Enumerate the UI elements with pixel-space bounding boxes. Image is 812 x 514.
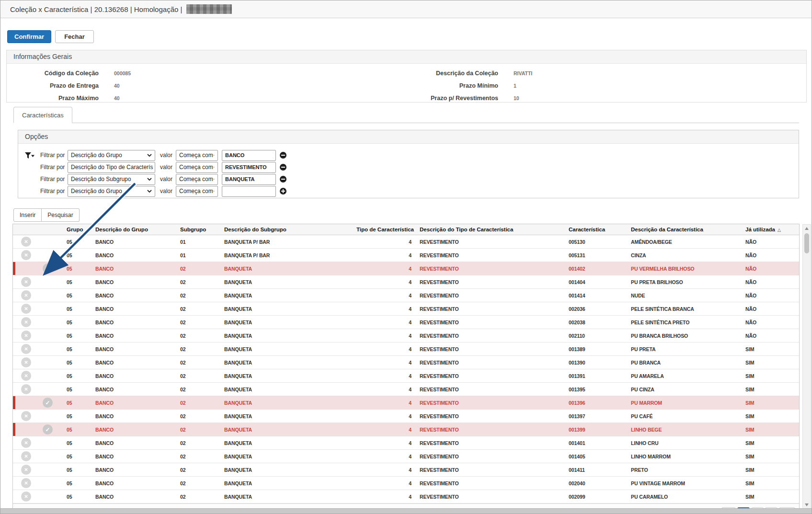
confirm-button[interactable]: Confirmar xyxy=(7,30,51,43)
delete-row-button x-circle-icon[interactable]: ✕ xyxy=(21,371,31,381)
delete-row-button x-circle-icon[interactable]: ✕ xyxy=(21,317,31,327)
field-value: 000085 xyxy=(99,67,296,80)
minus-circle-icon[interactable] xyxy=(280,152,286,159)
column-header-descricao-grupo[interactable]: Descrição do Grupo xyxy=(92,227,179,232)
delete-row-button x-circle-icon[interactable]: ✕ xyxy=(21,465,31,475)
table-row[interactable]: ✕ ✓ 05 BANCO 02 BANQUETA 4 REVESTIMENTO … xyxy=(13,436,799,450)
field-label: Prazo p/ Revestimentos xyxy=(296,92,498,104)
column-header-tipo[interactable]: Tipo de Característica xyxy=(356,227,415,232)
title-bar: Coleção x Característica | 20.136268 | H… xyxy=(0,0,812,18)
filter-operator-value: Começa com xyxy=(179,164,213,171)
delete-row-button x-circle-icon[interactable]: ✕ xyxy=(21,491,31,502)
scrollbar-thumb[interactable] xyxy=(804,233,809,253)
filter-field-select[interactable]: Descrição do Grupo xyxy=(68,150,155,161)
chevron-down-icon xyxy=(213,190,215,193)
column-header-label: Já utilizada xyxy=(745,227,775,232)
filter-by-label: Filtrar por xyxy=(40,176,64,183)
column-header-caracteristica[interactable]: Característica xyxy=(566,227,628,232)
vertical-scrollbar[interactable] xyxy=(802,224,811,509)
filter-field-select[interactable]: Descrição do Tipo de Caracterís xyxy=(68,162,155,173)
filter-value-input[interactable] xyxy=(222,162,276,173)
close-button[interactable]: Fechar xyxy=(55,30,94,43)
delete-row-button x-circle-icon[interactable]: ✕ xyxy=(21,250,31,260)
filter-operator-select[interactable]: Começa com xyxy=(176,186,218,197)
table-row[interactable]: ✕ ✓ 05 BANCO 02 BANQUETA 4 REVESTIMENTO … xyxy=(13,289,799,302)
delete-row-button x-circle-icon[interactable]: ✕ xyxy=(21,411,31,421)
value-label: valor xyxy=(160,176,172,183)
filter-value-input[interactable] xyxy=(222,174,276,185)
filter-field-select[interactable]: Descrição do Subgrupo xyxy=(68,174,155,185)
chevron-down-icon xyxy=(213,166,215,169)
filter-operator-select[interactable]: Começa com xyxy=(176,150,218,161)
selected-check-icon[interactable]: ✓ xyxy=(43,263,53,274)
table-row[interactable]: ✕ ✓ 05 BANCO 02 BANQUETA 4 REVESTIMENTO … xyxy=(13,356,799,369)
table-row[interactable]: ✕ ✓ 05 BANCO 02 BANQUETA 4 REVESTIMENTO … xyxy=(13,396,799,410)
column-header-descricao-subgrupo[interactable]: Descrição do Subgrupo xyxy=(222,227,356,232)
table-row[interactable]: ✕ ✓ 05 BANCO 02 BANQUETA 4 REVESTIMENTO … xyxy=(13,383,799,396)
plus-circle-icon[interactable] xyxy=(280,188,286,194)
column-header-ja-utilizada[interactable]: Já utilizada△ xyxy=(743,227,800,232)
filter-value-input[interactable] xyxy=(222,150,276,161)
delete-row-button x-circle-icon[interactable]: ✕ xyxy=(21,478,31,488)
scroll-up-button[interactable] xyxy=(803,225,811,232)
filter-row: Filtrar por Descrição do Grupo valor Com… xyxy=(18,149,799,161)
insert-button[interactable]: Inserir xyxy=(13,208,42,222)
window-bottom-edge xyxy=(0,508,812,514)
filter-operator-select[interactable]: Começa com xyxy=(176,162,218,173)
table-row[interactable]: ✕ ✓ 05 BANCO 02 BANQUETA 4 REVESTIMENTO … xyxy=(13,329,799,343)
delete-row-button x-circle-icon[interactable]: ✕ xyxy=(21,304,31,314)
options-title: Opções xyxy=(18,130,799,144)
delete-row-button x-circle-icon[interactable]: ✕ xyxy=(21,331,31,341)
table-body: ✕ ✓ 05 BANCO 01 BANQUETA P/ BAR 4 REVEST… xyxy=(13,235,799,503)
chevron-down-icon xyxy=(147,178,152,181)
tab-strip: Características xyxy=(13,107,799,123)
table-row[interactable]: ✕ ✓ 05 BANCO 02 BANQUETA 4 REVESTIMENTO … xyxy=(13,275,799,289)
filter-operator-select[interactable]: Começa com xyxy=(176,174,218,185)
table-row[interactable]: ✕ ✓ 05 BANCO 02 BANQUETA 4 REVESTIMENTO … xyxy=(13,369,799,383)
selected-check-icon[interactable]: ✓ xyxy=(43,424,53,434)
filter-by-label: Filtrar por xyxy=(40,164,64,171)
toolbar: Confirmar Fechar xyxy=(7,30,94,43)
filter-field-select[interactable]: Descrição do Grupo xyxy=(68,186,155,197)
filter-value-input[interactable] xyxy=(222,186,276,197)
delete-row-button x-circle-icon[interactable]: ✕ xyxy=(21,451,31,461)
table-row[interactable]: ✕ ✓ 05 BANCO 02 BANQUETA 4 REVESTIMENTO … xyxy=(13,423,799,436)
field-label: Prazo Mínimo xyxy=(296,80,498,92)
selected-check-icon[interactable]: ✓ xyxy=(43,398,53,408)
minus-circle-icon[interactable] xyxy=(280,164,286,171)
delete-row-button x-circle-icon[interactable]: ✕ xyxy=(21,237,31,247)
table-row[interactable]: ✕ ✓ 05 BANCO 02 BANQUETA 4 REVESTIMENTO … xyxy=(13,490,799,503)
table-header: Grupo Descrição do Grupo Subgrupo Descri… xyxy=(13,224,799,235)
table-row[interactable]: ✕ ✓ 05 BANCO 02 BANQUETA 4 REVESTIMENTO … xyxy=(13,450,799,463)
table-row[interactable]: ✕ ✓ 05 BANCO 02 BANQUETA 4 REVESTIMENTO … xyxy=(13,477,799,490)
search-button[interactable]: Pesquisar xyxy=(42,208,79,222)
delete-row-button x-circle-icon[interactable]: ✕ xyxy=(21,357,31,367)
table-row[interactable]: ✕ ✓ 05 BANCO 01 BANQUETA P/ BAR 4 REVEST… xyxy=(13,235,799,249)
delete-row-button x-circle-icon[interactable]: ✕ xyxy=(21,290,31,300)
delete-row-button x-circle-icon[interactable]: ✕ xyxy=(21,384,31,394)
chevron-down-icon xyxy=(147,154,152,157)
redacted-text xyxy=(186,4,232,14)
column-header-descricao-tipo[interactable]: Descrição do Tipo de Característica xyxy=(415,227,566,232)
delete-row-button x-circle-icon[interactable]: ✕ xyxy=(21,344,31,354)
funnel-icon[interactable] xyxy=(18,152,40,159)
table-row[interactable]: ✕ ✓ 05 BANCO 02 BANQUETA 4 REVESTIMENTO … xyxy=(13,343,799,356)
column-header-subgrupo[interactable]: Subgrupo xyxy=(179,227,222,232)
table-row[interactable]: ✕ ✓ 05 BANCO 01 BANQUETA P/ BAR 4 REVEST… xyxy=(13,249,799,262)
filter-row: Filtrar por Descrição do Subgrupo valor … xyxy=(18,173,799,185)
page-title: Coleção x Característica | 20.136268 | H… xyxy=(10,5,182,13)
tab-caracteristicas[interactable]: Características xyxy=(13,107,72,123)
value-label: valor xyxy=(160,164,172,171)
table-row[interactable]: ✕ ✓ 05 BANCO 02 BANQUETA 4 REVESTIMENTO … xyxy=(13,316,799,329)
scroll-down-button[interactable] xyxy=(803,501,811,509)
table-row[interactable]: ✕ ✓ 05 BANCO 02 BANQUETA 4 REVESTIMENTO … xyxy=(13,410,799,423)
table-row[interactable]: ✕ ✓ 05 BANCO 02 BANQUETA 4 REVESTIMENTO … xyxy=(13,302,799,316)
column-header-grupo[interactable]: Grupo xyxy=(66,227,92,232)
table-row[interactable]: ✕ ✓ 05 BANCO 02 BANQUETA 4 REVESTIMENTO … xyxy=(13,262,799,275)
minus-circle-icon[interactable] xyxy=(280,176,286,183)
chevron-down-icon xyxy=(147,190,152,193)
column-header-descricao-caracteristica[interactable]: Descrição da Característica xyxy=(628,227,743,232)
table-row[interactable]: ✕ ✓ 05 BANCO 02 BANQUETA 4 REVESTIMENTO … xyxy=(13,463,799,477)
delete-row-button x-circle-icon[interactable]: ✕ xyxy=(21,277,31,287)
delete-row-button x-circle-icon[interactable]: ✕ xyxy=(21,438,31,448)
